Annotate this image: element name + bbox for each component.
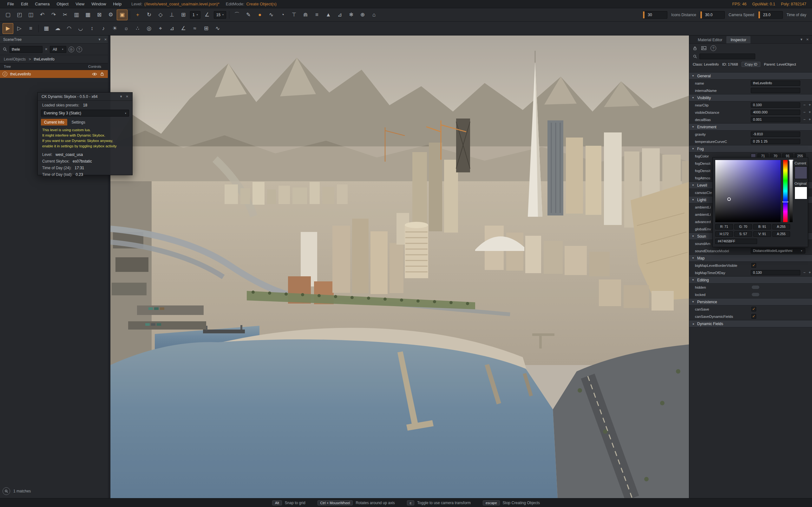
tab-inspector[interactable]: Inspector: [726, 36, 750, 43]
checkbox[interactable]: ✓: [751, 307, 756, 312]
settings-gear-icon[interactable]: ⚙ ▾: [105, 9, 116, 20]
sky-preset-select[interactable]: Evening Sky 3 (Static) ▾: [41, 110, 129, 117]
editmode-value[interactable]: Create Object(s): [246, 2, 276, 6]
increment-button[interactable]: +: [808, 270, 812, 275]
audio-icon[interactable]: ♪: [98, 23, 109, 34]
decrement-button[interactable]: −: [802, 117, 807, 122]
target-filter-icon[interactable]: ◎: [68, 47, 74, 52]
select-tool-icon[interactable]: ▶: [3, 23, 13, 34]
open-folder-icon[interactable]: ◰ ▾: [14, 9, 25, 20]
section-arrow-icon[interactable]: ▼: [692, 184, 695, 187]
saturation-value-field[interactable]: S: 57: [734, 231, 752, 237]
layers-icon[interactable]: ≡ ▾: [311, 9, 322, 20]
increment-button[interactable]: +: [808, 110, 812, 115]
undo-icon[interactable]: ↶ ▾: [37, 9, 48, 20]
lasso-select-icon[interactable]: ▷: [14, 23, 25, 34]
decrement-button[interactable]: −: [802, 102, 807, 108]
dynamic-skybox-window[interactable]: CK Dynamic Skybox - 0.5.0 - x64 ▼ ✕ Load…: [38, 92, 133, 175]
measure-icon[interactable]: ⊿: [166, 23, 177, 34]
angle-snap-size-field[interactable]: 15▾: [213, 9, 227, 20]
copy-icon[interactable]: ▥ ▾: [71, 9, 82, 20]
grid-snap-size-field[interactable]: 1▾: [189, 9, 201, 20]
field-value[interactable]: 0.001: [751, 117, 800, 122]
save-icon[interactable]: ◫ ▾: [26, 9, 36, 20]
help-icon[interactable]: ?: [77, 47, 82, 52]
alpha-slider[interactable]: [790, 160, 793, 222]
crowd-tool-icon[interactable]: ⋒ ▾: [300, 9, 311, 20]
terrain-paint-icon[interactable]: ▦: [41, 23, 52, 34]
checkbox[interactable]: ✓: [751, 314, 756, 319]
copy-id-button[interactable]: Copy ID: [742, 62, 761, 67]
decrement-button[interactable]: −: [802, 270, 807, 275]
panel-menu-icon[interactable]: ▼: [800, 38, 803, 41]
lock-icon[interactable]: [100, 72, 104, 76]
viewport[interactable]: [110, 36, 689, 498]
inspector-row[interactable]: ▼ internalName ▾ ✓ − +: [689, 87, 812, 94]
pillar-tool-icon[interactable]: ⊤ ▾: [289, 9, 299, 20]
translate-gizmo-icon[interactable]: + ▾: [132, 9, 143, 20]
cut-icon[interactable]: ✂ ▾: [60, 9, 70, 20]
field-value[interactable]: -9.810: [751, 131, 800, 137]
terrain-icon[interactable]: ▲ ▾: [323, 9, 334, 20]
inspector-row[interactable]: ▼ locked ▾ ✓ − +: [689, 291, 812, 298]
tab-material-editor[interactable]: Material Editor: [694, 36, 726, 43]
inspector-row[interactable]: ▼ name theLevelInfo ▾ ✓ − +: [689, 79, 812, 87]
vehicle-icon[interactable]: ⊕ ▾: [357, 9, 368, 20]
inspector-row[interactable]: ▼ soundDistanceModel DistanceModelLogari…: [689, 247, 812, 255]
paste-icon[interactable]: ▦ ▾: [83, 9, 93, 20]
inspector-search-input[interactable]: [699, 54, 755, 59]
tree-row[interactable]: i theLevelInfo: [0, 70, 110, 78]
increment-button[interactable]: +: [808, 117, 812, 122]
close-icon[interactable]: ✕: [104, 38, 107, 41]
eye-icon[interactable]: [92, 72, 97, 77]
crosshair-icon[interactable]: ⌖: [155, 23, 166, 34]
close-icon[interactable]: ✕: [806, 38, 809, 41]
field-value[interactable]: 4000.000: [751, 110, 800, 115]
inspector-row[interactable]: ▼ Fog ▾ ✓ − +: [689, 145, 812, 153]
lock-icon[interactable]: [693, 46, 697, 51]
snap-terrain-icon[interactable]: ⊥ ▾: [166, 9, 177, 20]
breadcrumb-root[interactable]: LevelObjects: [4, 57, 26, 61]
angle-measure-icon[interactable]: ∠: [178, 23, 189, 34]
tab-settings[interactable]: Settings: [68, 119, 88, 125]
field-value[interactable]: [751, 88, 800, 93]
menu-help[interactable]: Help: [109, 2, 125, 6]
height-tool-icon[interactable]: ↕: [87, 23, 97, 34]
terrain-raise-icon[interactable]: ◠: [64, 23, 74, 34]
hue-value-field[interactable]: H:172: [715, 231, 733, 237]
scale-gizmo-icon[interactable]: ◇ ▾: [155, 9, 166, 20]
saturation-value-area[interactable]: [715, 160, 780, 222]
color-picker-popup[interactable]: Current Original R: 71 G: 70 B: 91 A:255…: [712, 157, 808, 247]
section-arrow-icon[interactable]: ▼: [692, 74, 695, 77]
section-arrow-icon[interactable]: ▼: [692, 199, 695, 201]
inspector-row[interactable]: ▼ decalBias 0.001 ▾ ✓ − +: [689, 116, 812, 123]
hue-slider[interactable]: [783, 160, 788, 222]
water-waves-icon[interactable]: ≈: [189, 23, 200, 34]
inspector-row[interactable]: ▼ canSaveDynamicFields ▾ ✓ − +: [689, 313, 812, 320]
road-tool-icon[interactable]: ∿ ▾: [266, 9, 276, 20]
toolbar-icon[interactable]: [37, 23, 40, 34]
spline-icon[interactable]: ∿: [212, 23, 223, 34]
menu-object[interactable]: Object: [53, 2, 72, 6]
search-input[interactable]: [9, 46, 43, 53]
camera-speed-input[interactable]: 30.0: [700, 11, 725, 19]
section-arrow-icon[interactable]: ▼: [692, 235, 695, 238]
inspector-row[interactable]: ▼ gravity -9.810 ▾ ✓ − +: [689, 130, 812, 138]
section-arrow-icon[interactable]: ▼: [692, 96, 695, 99]
slope-icon[interactable]: ⊿ ▾: [334, 9, 345, 20]
angle-snap-icon[interactable]: ∠ ▾: [202, 9, 212, 20]
sun-icon[interactable]: ☀: [109, 23, 120, 34]
grid-overlay-icon[interactable]: ⊞: [201, 23, 212, 34]
alpha-slider-marker[interactable]: [789, 160, 793, 161]
inspector-row[interactable]: ▼ Visibility ▾ ✓ − +: [689, 94, 812, 101]
blue-value-field[interactable]: B: 91: [753, 224, 771, 229]
field-value[interactable]: theLevelInfo: [751, 80, 800, 86]
inspector-row[interactable]: ▼ Map ▾ ✓ − +: [689, 255, 812, 262]
menu-edit[interactable]: Edit: [17, 2, 32, 6]
color-cursor[interactable]: [727, 198, 731, 201]
snow-icon[interactable]: ❄ ▾: [346, 9, 357, 20]
panel-menu-icon[interactable]: ▼: [98, 38, 101, 41]
compass-icon[interactable]: ◔ ▾: [277, 9, 288, 20]
clouds-icon[interactable]: ☁: [52, 23, 63, 34]
checkbox[interactable]: ✓: [751, 263, 756, 268]
